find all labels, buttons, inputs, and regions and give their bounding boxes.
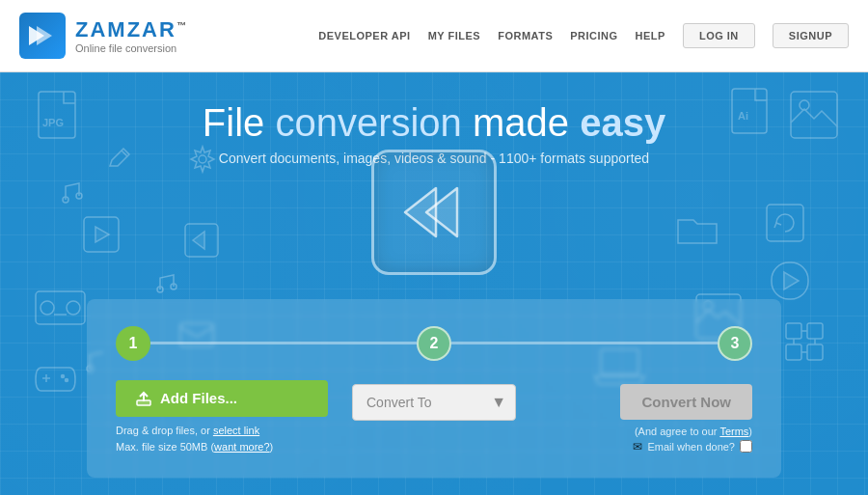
steps-row: 1 2 3	[116, 326, 752, 361]
nav-developer-api[interactable]: DEVELOPER API	[318, 30, 410, 41]
svg-text:JPG: JPG	[42, 117, 64, 128]
deco-folder-icon	[676, 212, 719, 251]
conversion-panel: 1 2 3 Add Files...	[87, 299, 781, 478]
deco-image-icon	[789, 90, 839, 144]
nav-formats[interactable]: FORMATS	[498, 30, 553, 41]
email-row: ✉ Email when done?	[633, 440, 752, 454]
hero-section: JPG	[0, 72, 868, 495]
select-link[interactable]: select link	[213, 425, 259, 436]
deco-ai-icon: Ai	[730, 87, 776, 143]
svg-rect-9	[36, 291, 85, 324]
logo-icon[interactable]	[19, 13, 66, 59]
step-line-1	[150, 342, 417, 344]
deco-video-icon	[770, 261, 810, 305]
nav-help[interactable]: HELP	[636, 30, 665, 41]
want-more-link[interactable]: want more?	[214, 441, 269, 453]
upload-icon	[135, 390, 152, 407]
email-checkbox[interactable]	[740, 440, 752, 453]
svg-point-11	[67, 301, 80, 315]
svg-point-41	[66, 379, 68, 382]
nav-area: DEVELOPER API MY FILES FORMATS PRICING H…	[318, 23, 849, 48]
svg-rect-2	[39, 92, 75, 138]
logo-tagline: Online file conversion	[75, 42, 188, 54]
deco-transfer-icon	[784, 321, 825, 366]
logo-area: ZAMZAR™ Online file conversion	[19, 13, 188, 59]
deco-refresh-icon	[765, 203, 805, 247]
step-2-circle: 2	[417, 326, 451, 361]
hero-title: File conversion made easy	[203, 101, 665, 145]
svg-rect-31	[807, 344, 823, 360]
add-files-col: Add Files... Drag & drop files, or selec…	[116, 380, 328, 456]
svg-rect-23	[767, 205, 803, 241]
deco-music-icon	[58, 179, 87, 211]
svg-point-40	[62, 375, 65, 378]
svg-text:Ai: Ai	[738, 110, 748, 122]
svg-point-13	[199, 155, 206, 163]
svg-point-10	[41, 301, 54, 315]
agree-text: (And agree to our Terms)	[635, 426, 752, 437]
deco-cassette-icon	[34, 289, 87, 330]
convert-now-col: Convert Now (And agree to our Terms) ✉ E…	[540, 380, 752, 454]
email-when-done-label: Email when done?	[647, 441, 735, 453]
svg-rect-44	[137, 400, 150, 405]
svg-marker-1	[37, 26, 52, 45]
nav-my-files[interactable]: MY FILES	[428, 30, 481, 41]
convert-to-select[interactable]: Convert To MP4 MP3 JPG PNG PDF GIF AVI M…	[352, 384, 516, 421]
svg-rect-28	[786, 323, 801, 339]
email-icon: ✉	[633, 440, 642, 454]
svg-marker-25	[784, 272, 799, 289]
svg-marker-15	[193, 232, 204, 249]
nav-pricing[interactable]: PRICING	[570, 30, 617, 41]
convert-now-button[interactable]: Convert Now	[620, 384, 752, 420]
add-files-button[interactable]: Add Files...	[116, 380, 328, 417]
login-button[interactable]: LOG IN	[683, 23, 755, 48]
svg-rect-30	[786, 344, 801, 360]
svg-marker-8	[95, 227, 109, 242]
step-line-2	[451, 342, 718, 344]
svg-rect-29	[807, 323, 823, 339]
header: ZAMZAR™ Online file conversion DEVELOPER…	[0, 0, 868, 72]
deco-music2-icon	[154, 270, 181, 301]
logo-text-area: ZAMZAR™ Online file conversion	[75, 17, 188, 54]
deco-play-icon	[82, 215, 121, 258]
deco-jpg-icon: JPG	[37, 90, 87, 150]
deco-game-icon	[34, 364, 77, 399]
deco-gear-icon	[188, 145, 217, 178]
step-3-circle: 3	[718, 326, 752, 361]
actions-row: Add Files... Drag & drop files, or selec…	[116, 380, 752, 456]
signup-button[interactable]: SIGNUP	[773, 23, 849, 48]
deco-arrow-icon	[183, 222, 220, 262]
logo-name: ZAMZAR™	[75, 17, 188, 42]
deco-pencil-icon	[106, 145, 133, 176]
convert-to-col: Convert To MP4 MP3 JPG PNG PDF GIF AVI M…	[328, 380, 540, 421]
file-hint: Drag & drop files, or select link Max. f…	[116, 423, 328, 456]
hero-center-logo	[371, 150, 497, 275]
terms-link[interactable]: Terms	[719, 426, 748, 437]
step-1-circle: 1	[116, 326, 150, 361]
